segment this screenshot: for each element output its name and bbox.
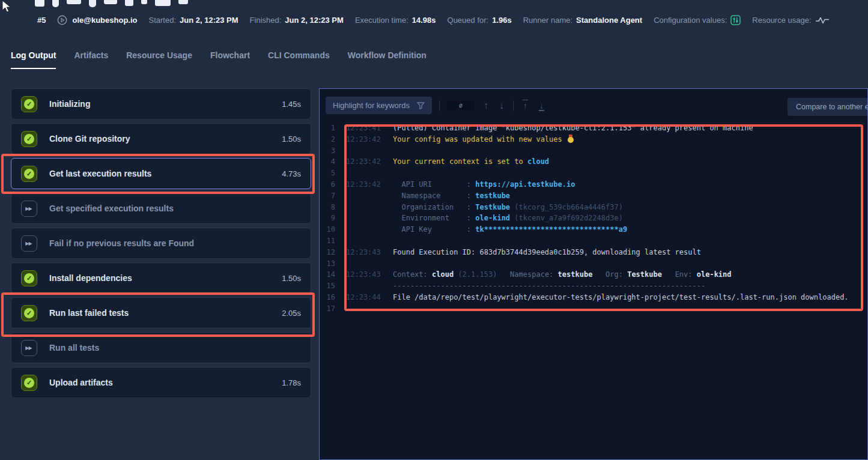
- log-line-17: 17: [320, 303, 867, 315]
- resource-usage-icon[interactable]: [815, 16, 830, 25]
- tab-workflow-definition[interactable]: Workflow Definition: [348, 50, 426, 69]
- log-message: Context: cloud (2.1.153) Namespace: test…: [393, 269, 732, 280]
- line-number: 14: [323, 269, 335, 280]
- log-timestamp: 12:23:43: [346, 247, 382, 258]
- line-number: 16: [323, 292, 335, 303]
- step-install-dependencies[interactable]: ✓Install dependencies1.50s: [11, 262, 311, 294]
- log-timestamp: [346, 145, 382, 157]
- tab-cli-commands[interactable]: CLI Commands: [268, 50, 330, 69]
- step-passed-check-icon: ✓: [21, 96, 37, 112]
- meta-value: Jun 2, 12:23 PM: [285, 16, 344, 25]
- header-meta-item-finished: Finished:Jun 2, 12:23 PM: [250, 16, 344, 25]
- step-duration: 2.05s: [282, 309, 301, 318]
- log-timestamp: 12:23:42: [346, 156, 382, 168]
- step-fail-if-no-previous-results-are-found[interactable]: ▶▶Fail if no previous results are Found: [11, 228, 311, 259]
- log-line-13: 13: [320, 258, 867, 270]
- mouse-cursor: [1, 0, 14, 14]
- line-number: 12: [323, 247, 335, 258]
- log-message: ----------------------------------------…: [393, 280, 705, 292]
- scroll-to-bottom-icon[interactable]: ↓: [537, 101, 546, 110]
- step-skipped-icon: ▶▶: [21, 340, 37, 356]
- line-number: 13: [323, 258, 335, 270]
- page-title-clipped: [35, 0, 188, 8]
- log-message: Organization : Testkube (tkcorg_539cb664…: [393, 202, 623, 213]
- step-duration: 1.50s: [282, 274, 301, 283]
- highlight-keywords-label: Highlight for keywords: [333, 101, 410, 110]
- execution-details-page: { "annotation_color": "#f25c4d", "header…: [0, 0, 868, 460]
- log-line-6: 612:23:42 API URI : https://api.testkube…: [320, 179, 867, 190]
- log-line-16: 1612:23:44File /data/repo/test/playwrigh…: [320, 292, 867, 303]
- header-meta-items: Started:Jun 2, 12:23 PMFinished:Jun 2, 1…: [149, 15, 830, 25]
- medal-icon: [568, 135, 574, 143]
- tab-resource-usage[interactable]: Resource Usage: [126, 50, 192, 69]
- step-passed-check-icon: ✓: [21, 375, 37, 391]
- log-line-9: 9 Environment : ole-kind (tkcenv_a7a9f69…: [320, 213, 867, 224]
- log-line-1: 112:23:41(Pulled) Container image "kubes…: [320, 123, 867, 134]
- meta-label: Queued for:: [448, 16, 489, 25]
- log-line-15: 15--------------------------------------…: [320, 280, 867, 292]
- previous-match-icon[interactable]: ↑: [482, 100, 490, 111]
- log-message: Environment : ole-kind (tkcenv_a7a9f692d…: [393, 213, 623, 224]
- header-meta-item-resource-usage: Resource usage:: [752, 16, 829, 25]
- log-message: API Key : tk****************************…: [393, 224, 627, 235]
- log-line-7: 7 Namespace : testkube: [320, 190, 867, 202]
- step-run-all-tests[interactable]: ▶▶Run all tests: [11, 332, 311, 363]
- tab-log-output[interactable]: Log Output: [11, 50, 56, 69]
- play-circle-icon: [57, 15, 67, 25]
- step-passed-check-icon: ✓: [21, 166, 37, 182]
- tab-artifacts[interactable]: Artifacts: [74, 50, 108, 69]
- meta-value: 14.98s: [412, 16, 436, 25]
- step-clone-git-repository[interactable]: ✓Clone Git repository1.50s: [11, 123, 311, 154]
- log-timestamp: [346, 213, 382, 224]
- line-number: 10: [323, 224, 335, 235]
- step-initializing[interactable]: ✓Initializing1.45s: [11, 88, 311, 120]
- log-line-2: 212:23:42Your config was updated with ne…: [320, 134, 867, 145]
- log-line-10: 10 API Key : tk*************************…: [320, 224, 867, 235]
- log-line-4: 412:23:42Your current context is set to …: [320, 156, 867, 168]
- line-number: 7: [323, 190, 335, 202]
- step-label: Clone Git repository: [49, 134, 270, 144]
- line-number: 9: [323, 213, 335, 224]
- meta-value: 1.96s: [492, 16, 512, 25]
- step-run-last-failed-tests[interactable]: ✓Run last failed tests2.05s: [11, 297, 311, 328]
- log-timestamp: [346, 303, 382, 315]
- step-duration: 1.50s: [282, 135, 301, 144]
- highlight-keywords-dropdown[interactable]: Highlight for keywords: [326, 97, 432, 114]
- log-timestamp: 12:23:43: [346, 269, 382, 280]
- meta-label: Finished:: [250, 16, 282, 25]
- header-meta-item-runner-name: Runner name:Standalone Agent: [523, 16, 642, 25]
- meta-label: Execution time:: [355, 16, 408, 25]
- configuration-values-icon[interactable]: [730, 15, 741, 25]
- log-line-8: 8 Organization : Testkube (tkcorg_539cb6…: [320, 202, 867, 213]
- compare-to-another-execution-button[interactable]: Compare to another exe: [788, 98, 868, 116]
- log-timestamp: [346, 280, 382, 292]
- log-timestamp: 12:23:42: [346, 134, 382, 145]
- step-get-last-execution-results[interactable]: ✓Get last execution results4.73s: [11, 158, 311, 189]
- steps-list: ✓Initializing1.45s✓Clone Git repository1…: [11, 88, 311, 398]
- toolbar-divider: [439, 100, 440, 111]
- step-label: Initializing: [49, 99, 270, 109]
- header-meta-item-execution-time: Execution time:14.98s: [355, 16, 436, 25]
- step-label: Get specified execution results: [49, 204, 289, 213]
- line-number: 15: [323, 280, 335, 292]
- log-timestamp: 12:23:41: [346, 123, 382, 134]
- header-meta-item-configuration-values: Configuration values:: [654, 15, 741, 25]
- meta-label: Configuration values:: [654, 16, 727, 25]
- log-line-12: 1212:23:43Found Execution ID: 683d7b3744…: [320, 247, 867, 258]
- step-upload-artifacts[interactable]: ✓Upload artifacts1.78s: [11, 367, 311, 398]
- user-email: ole@kubeshop.io: [72, 16, 137, 25]
- log-line-14: 1412:23:43Context: cloud (2.1.153) Names…: [320, 269, 867, 280]
- step-duration: 4.73s: [282, 169, 301, 178]
- line-number: 6: [323, 179, 335, 190]
- scroll-to-top-icon[interactable]: ↑: [521, 101, 530, 110]
- tab-flowchart[interactable]: Flowchart: [210, 50, 250, 69]
- log-message: Your current context is set to cloud: [393, 156, 549, 168]
- meta-label: Resource usage:: [752, 16, 811, 25]
- step-get-specified-execution-results[interactable]: ▶▶Get specified execution results: [11, 193, 311, 224]
- log-output-panel: Highlight for keywords ø ↑ ↓ ↑ ↓ Compare…: [319, 88, 868, 460]
- log-lines: 112:23:41(Pulled) Container image "kubes…: [320, 123, 867, 315]
- meta-value: Jun 2, 12:23 PM: [180, 16, 238, 25]
- line-number: 17: [323, 303, 335, 315]
- step-duration: 1.45s: [282, 100, 301, 109]
- next-match-icon[interactable]: ↓: [497, 100, 506, 111]
